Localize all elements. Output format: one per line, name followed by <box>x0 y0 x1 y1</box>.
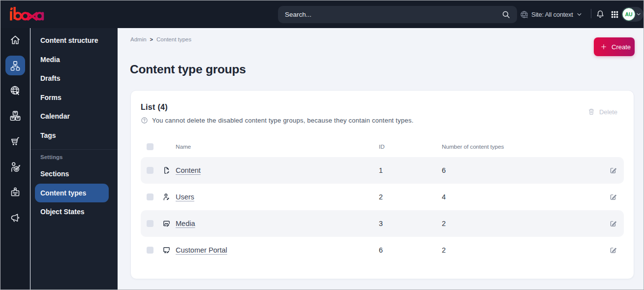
row-checkbox[interactable] <box>147 193 153 200</box>
image-edit-icon <box>162 220 171 228</box>
sidebar-item-tags[interactable]: Tags <box>31 126 118 145</box>
breadcrumb: Admin > Content types <box>130 36 191 42</box>
row-name-link[interactable]: Customer Portal <box>176 246 227 254</box>
column-header-id: ID <box>379 143 385 150</box>
edit-icon[interactable] <box>609 246 617 254</box>
rail-item-sitemap[interactable] <box>5 56 25 75</box>
rail-item-badge[interactable] <box>5 182 25 202</box>
row-checkbox[interactable] <box>147 167 153 174</box>
page-title: Content type groups <box>130 63 246 76</box>
breadcrumb-admin[interactable]: Admin <box>130 36 147 42</box>
user-menu[interactable]: AU <box>621 7 644 22</box>
sidebar-item-media[interactable]: Media <box>31 50 118 69</box>
edit-icon[interactable] <box>609 193 617 201</box>
checkbox-cell <box>147 220 153 227</box>
row-name-link[interactable]: Media <box>176 220 195 227</box>
chevron-down-icon <box>636 12 641 17</box>
row-id: 3 <box>379 220 383 227</box>
column-header-name: Name <box>176 143 191 150</box>
plus-icon <box>600 43 607 50</box>
search-box[interactable] <box>278 6 517 23</box>
checkbox-cell <box>147 193 153 200</box>
site-context-label: Site: All context <box>531 11 573 18</box>
create-button-label: Create <box>612 43 631 51</box>
checkbox-cell <box>147 167 153 174</box>
row-name-link[interactable]: Users <box>176 193 194 201</box>
main-content: Admin > Content types Create Content typ… <box>118 28 644 290</box>
sidebar-item-drafts[interactable]: Drafts <box>31 69 118 88</box>
checkbox-cell <box>147 143 153 150</box>
row-count: 2 <box>442 246 446 254</box>
table-row: Users24 <box>141 184 624 210</box>
table-row: Media32 <box>141 210 624 237</box>
rail-item-home[interactable] <box>5 30 25 50</box>
topbar: Site: All context AU <box>0 0 644 28</box>
breadcrumb-separator: > <box>150 36 153 42</box>
delete-button-label: Delete <box>599 108 617 116</box>
sidebar-item-content-types[interactable]: Content types <box>35 184 109 203</box>
topbar-divider <box>591 9 591 18</box>
rail-item-person-target[interactable] <box>5 157 25 177</box>
column-header-count: Number of content types <box>442 143 504 150</box>
rail-item-boxes[interactable] <box>5 106 25 126</box>
info-text: You cannot delete the disabled content t… <box>152 117 414 124</box>
search-input[interactable] <box>278 11 501 18</box>
row-id: 2 <box>379 193 383 201</box>
row-checkbox[interactable] <box>147 247 153 254</box>
delete-button[interactable]: Delete <box>587 108 617 116</box>
chevron-down-icon <box>577 12 582 17</box>
search-icon <box>501 10 511 19</box>
trash-icon <box>587 108 595 116</box>
row-id: 6 <box>379 246 383 254</box>
sidebar-item-calendar[interactable]: Calendar <box>31 107 118 126</box>
rail-item-globe-cursor[interactable] <box>5 81 25 100</box>
row-count: 6 <box>442 166 446 174</box>
table-row: Customer Portal62 <box>141 237 624 263</box>
edit-icon[interactable] <box>609 166 617 174</box>
create-button[interactable]: Create <box>594 37 635 56</box>
list-title: List (4) <box>141 103 168 112</box>
select-all-checkbox[interactable] <box>147 143 153 150</box>
row-id: 1 <box>379 166 383 174</box>
icon-rail <box>0 28 30 290</box>
table-header: Name ID Number of content types <box>141 138 624 156</box>
user-edit-icon <box>162 193 171 201</box>
menu-divider <box>31 149 118 150</box>
info-row: You cannot delete the disabled content t… <box>141 117 414 124</box>
list-card: List (4) You cannot delete the disabled … <box>130 90 634 279</box>
checkbox-cell <box>147 247 153 254</box>
breadcrumb-content-types[interactable]: Content types <box>156 36 191 42</box>
sidebar-item-object-states[interactable]: Object States <box>31 202 118 222</box>
row-checkbox[interactable] <box>147 220 153 227</box>
sidebar: Content structureMediaDraftsFormsCalenda… <box>31 28 118 290</box>
ibexa-logo[interactable] <box>9 7 45 21</box>
sidebar-item-content-structure[interactable]: Content structure <box>31 31 118 50</box>
screen-edit-icon <box>162 246 171 255</box>
sidebar-item-sections[interactable]: Sections <box>31 164 118 184</box>
sidebar-item-forms[interactable]: Forms <box>31 88 118 107</box>
rail-item-megaphone[interactable] <box>5 208 25 227</box>
notifications-button[interactable] <box>595 9 605 19</box>
row-name-link[interactable]: Content <box>176 166 201 174</box>
settings-label: Settings <box>31 152 118 162</box>
avatar: AU <box>622 8 635 21</box>
help-circle-icon <box>141 117 148 124</box>
app-grid-button[interactable] <box>611 10 619 19</box>
file-edit-icon <box>162 166 171 175</box>
rail-item-cart[interactable] <box>5 131 25 151</box>
row-count: 2 <box>442 220 446 227</box>
table-body: Content16Users24Media32Customer Portal62 <box>141 157 624 263</box>
table-row: Content16 <box>141 157 624 184</box>
row-count: 4 <box>442 193 446 201</box>
site-context-switcher[interactable]: Site: All context <box>520 0 582 28</box>
globe-icon <box>520 10 529 19</box>
edit-icon[interactable] <box>609 220 617 227</box>
